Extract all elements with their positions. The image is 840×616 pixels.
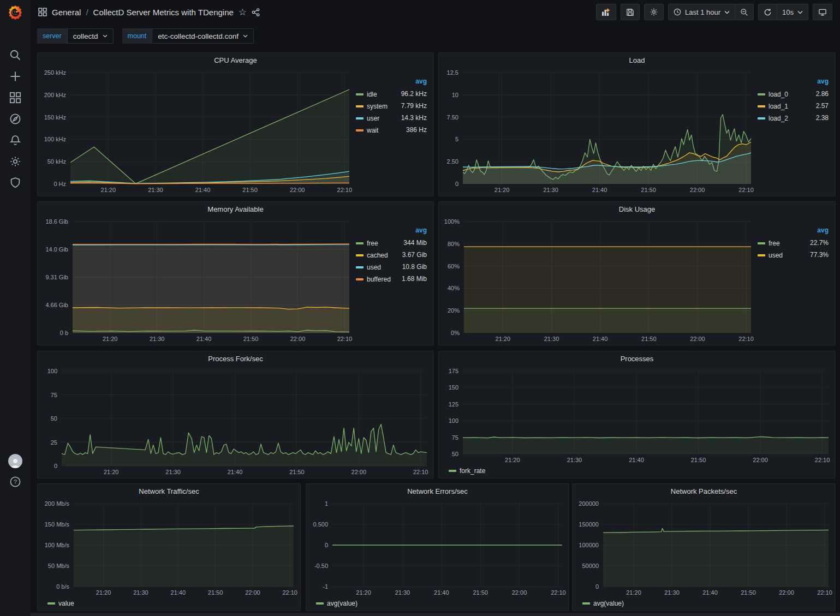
svg-text:75: 75 [452, 434, 458, 441]
panel-title-disk-usage[interactable]: Disk Usage [439, 202, 835, 216]
legend-series-value: 14.3 kHz [395, 112, 428, 124]
svg-text:12.5: 12.5 [447, 69, 458, 76]
panel-load: Load 02.5057.501012.521:2021:3021:4021:5… [438, 52, 836, 196]
legend-series-value: 386 Hz [395, 124, 428, 136]
svg-text:21:50: 21:50 [243, 336, 259, 342]
series-color-swatch [449, 470, 456, 472]
chart-network-errors-plot[interactable]: -1-0.5000.500121:2021:3021:4021:5022:002… [308, 498, 567, 597]
legend-series-load_2[interactable]: load_2 [758, 115, 788, 122]
svg-text:50000: 50000 [582, 563, 599, 569]
legend-series-avg(value)[interactable]: avg(value) [316, 600, 358, 607]
svg-text:21:20: 21:20 [104, 469, 119, 475]
legend-series-load_0[interactable]: load_0 [758, 91, 788, 98]
svg-text:21:40: 21:40 [228, 469, 243, 475]
chart-network-traffic-plot[interactable]: 0 b/s50 Mb/s100 Mb/s150 Mb/s200 Mb/s21:2… [40, 498, 298, 597]
legend-series-system[interactable]: system [356, 103, 388, 110]
svg-text:22:10: 22:10 [815, 457, 830, 463]
series-color-swatch [582, 602, 590, 605]
panel-title-process-fork[interactable]: Process Fork/sec [38, 351, 433, 366]
svg-text:21:30: 21:30 [543, 187, 558, 193]
series-color-swatch [356, 117, 364, 119]
svg-text:80%: 80% [448, 241, 460, 247]
svg-text:200 kHz: 200 kHz [44, 92, 66, 98]
legend-series-buffered[interactable]: buffered [356, 276, 391, 283]
user-avatar[interactable] [8, 454, 22, 468]
create-plus-icon[interactable] [5, 70, 26, 82]
panel-title-memory-available[interactable]: Memory Available [38, 202, 433, 216]
panel-title-network-errors[interactable]: Network Errors/sec [306, 484, 569, 498]
legend-series-avg(value)[interactable]: avg(value) [582, 600, 624, 607]
legend-avg-header[interactable]: avg [397, 225, 428, 237]
chart-network-packets-plot[interactable]: 05000010000015000020000021:2021:3021:402… [575, 498, 833, 597]
search-icon[interactable] [5, 49, 26, 61]
legend-series-used[interactable]: used [758, 252, 783, 259]
legend-series-value: 96.2 kHz [395, 88, 428, 100]
svg-text:100: 100 [47, 368, 57, 374]
dashboard-grid: CPU Average 0 Hz50 kHz100 kHz150 kHz200 … [31, 0, 840, 616]
chart-load-plot[interactable]: 02.5057.501012.521:2021:3021:4021:5022:0… [441, 67, 755, 195]
server-admin-shield-icon[interactable] [5, 177, 26, 189]
explore-compass-icon[interactable] [5, 113, 26, 125]
chart-cpu-average-plot[interactable]: 0 Hz50 kHz100 kHz150 kHz200 kHz250 kHz21… [40, 67, 354, 195]
legend-series-value: 10.8 Gib [397, 261, 428, 273]
panel-title-network-traffic[interactable]: Network Traffic/sec [38, 484, 300, 498]
svg-text:-0.50: -0.50 [314, 563, 328, 569]
legend-avg-header[interactable]: avg [807, 76, 830, 88]
svg-text:21:50: 21:50 [473, 589, 488, 596]
legend-avg-header[interactable]: avg [798, 225, 830, 237]
svg-text:22:00: 22:00 [290, 187, 305, 193]
svg-text:21:50: 21:50 [208, 589, 223, 596]
legend-series-free[interactable]: free [758, 240, 780, 247]
panel-title-processes[interactable]: Processes [439, 351, 835, 366]
legend-processes: fork_rate [441, 465, 833, 477]
panel-title-load[interactable]: Load [439, 53, 835, 67]
configuration-gear-icon[interactable] [5, 156, 26, 168]
legend-series-free[interactable]: free [356, 240, 378, 247]
chart-memory-available-plot[interactable]: 0 b4.66 Gib9.31 Gib14.0 Gib18.6 Gib21:20… [40, 216, 354, 344]
svg-text:150000: 150000 [579, 521, 599, 528]
legend-series-user[interactable]: user [356, 115, 379, 122]
svg-text:21:50: 21:50 [289, 469, 305, 475]
legend-series-fork_rate[interactable]: fork_rate [449, 467, 485, 475]
series-color-swatch [356, 254, 364, 256]
svg-text:21:20: 21:20 [626, 589, 641, 596]
panel-cpu-average: CPU Average 0 Hz50 kHz100 kHz150 kHz200 … [37, 52, 434, 196]
svg-text:21:30: 21:30 [150, 336, 165, 342]
svg-text:25: 25 [51, 439, 57, 446]
svg-text:22:10: 22:10 [413, 469, 428, 475]
series-color-swatch [758, 93, 765, 95]
help-icon[interactable]: ? [5, 476, 26, 488]
dashboards-icon[interactable] [5, 92, 26, 104]
svg-text:21:30: 21:30 [544, 336, 559, 342]
series-color-swatch [356, 105, 364, 107]
series-color-swatch [356, 129, 364, 131]
legend-series-load_1[interactable]: load_1 [758, 103, 788, 110]
legend-avg-header[interactable]: avg [395, 76, 428, 88]
chart-process-fork-plot[interactable]: 025507510021:2021:3021:4021:5022:0022:10 [40, 366, 431, 477]
legend-series-idle[interactable]: idle [356, 91, 377, 98]
legend-series-cached[interactable]: cached [356, 252, 388, 259]
svg-text:21:20: 21:20 [356, 589, 371, 596]
svg-text:125: 125 [449, 401, 458, 408]
series-color-swatch [758, 117, 765, 119]
svg-text:21:30: 21:30 [664, 589, 680, 596]
chart-processes-plot[interactable]: 507510012515017521:2021:3021:4021:5022:0… [441, 366, 833, 465]
alerting-bell-icon[interactable] [5, 134, 26, 146]
legend-series-used[interactable]: used [356, 264, 381, 271]
svg-text:0 b/s: 0 b/s [56, 583, 69, 590]
legend-series-wait[interactable]: wait [356, 127, 378, 134]
svg-text:22:10: 22:10 [817, 589, 832, 596]
panel-title-network-packets[interactable]: Network Packets/sec [573, 484, 835, 498]
panel-title-cpu-average[interactable]: CPU Average [38, 53, 433, 67]
svg-text:22:00: 22:00 [352, 469, 367, 475]
horizontal-scrollbar[interactable] [31, 613, 840, 616]
svg-text:0.500: 0.500 [313, 521, 328, 528]
legend-series-value: 2.86 [807, 88, 830, 100]
chart-disk-usage-plot[interactable]: 0%20%40%60%80%100%21:2021:3021:4021:5022… [441, 216, 755, 344]
series-color-swatch [356, 266, 364, 268]
svg-text:100: 100 [449, 417, 458, 424]
legend-series-value[interactable]: value [47, 600, 74, 607]
svg-text:21:30: 21:30 [133, 589, 148, 596]
svg-text:20%: 20% [448, 307, 460, 314]
grafana-logo[interactable] [0, 0, 31, 25]
